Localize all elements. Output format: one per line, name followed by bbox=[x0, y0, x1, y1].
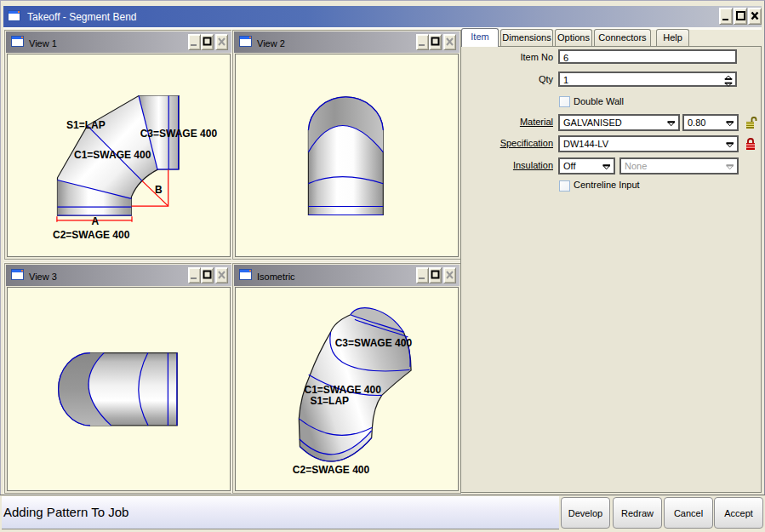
svg-text:S1=LAP: S1=LAP bbox=[310, 395, 349, 407]
svg-text:C1=SWAGE 400: C1=SWAGE 400 bbox=[74, 149, 151, 161]
svg-text:C3=SWAGE 400: C3=SWAGE 400 bbox=[140, 128, 218, 140]
svg-text:C2=SWAGE 400: C2=SWAGE 400 bbox=[293, 464, 370, 476]
svg-text:C3=SWAGE 400: C3=SWAGE 400 bbox=[335, 337, 413, 349]
svg-text:B: B bbox=[155, 184, 163, 196]
svg-text:C2=SWAGE 400: C2=SWAGE 400 bbox=[53, 229, 130, 241]
svg-text:C1=SWAGE 400: C1=SWAGE 400 bbox=[305, 384, 382, 396]
svg-text:S1=LAP: S1=LAP bbox=[66, 119, 106, 131]
svg-text:A: A bbox=[91, 215, 99, 227]
